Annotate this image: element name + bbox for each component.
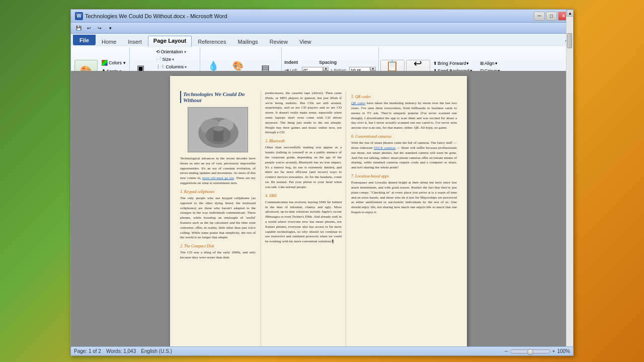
align-label: Align [485, 61, 495, 66]
col3-heading3: 7. Location-based apps [351, 173, 457, 179]
size-btn[interactable]: 📄 Size ▾ [154, 56, 193, 63]
bring-forward-label: Bring Forward [438, 61, 466, 66]
size-icon: 📄 [156, 57, 162, 62]
before-spacing-up[interactable]: ▲ [370, 67, 376, 70]
save-quick-btn[interactable]: 💾 [74, 24, 83, 32]
doc-image [188, 107, 248, 152]
tab-view[interactable]: View [294, 37, 317, 46]
doc-image-svg [188, 108, 248, 152]
col1-heading1: 1. Keypad cellphones [180, 189, 256, 195]
title-bar-left: W Technologies We Could Do Without.docx … [75, 12, 227, 20]
status-bar: Page: 1 of 2 Words: 1,043 English (U.S.)… [71, 346, 573, 355]
col1-heading2: 2. The Compact Disk [180, 243, 256, 249]
tab-references[interactable]: References [192, 37, 231, 46]
align-btn[interactable]: ⊞ Align ▾ [478, 60, 503, 67]
window-title: Technologies We Could Do Without.docx - … [85, 13, 227, 19]
doc-title: Technologies We Could Do Without [180, 91, 256, 103]
document-column-3: 5. QR codes QR codes have taken the mark… [346, 91, 457, 355]
orientation-btn[interactable]: ⟲ Orientation ▾ [154, 48, 193, 55]
minimize-button[interactable]: ─ [534, 12, 545, 21]
tab-home[interactable]: Home [96, 37, 122, 46]
align-arrow: ▾ [495, 61, 498, 66]
col1-intro-text: Technological advances in the recent dec… [180, 156, 256, 260]
word-window: W Technologies We Could Do Without.docx … [70, 9, 574, 356]
qr-link[interactable]: QR codes [351, 101, 365, 105]
title-bar: W Technologies We Could Do Without.docx … [71, 10, 573, 23]
orientation-icon: ⟲ [156, 49, 160, 54]
left-indent-up[interactable]: ▲ [323, 67, 329, 70]
zoom-thumb[interactable] [527, 349, 533, 355]
columns-arrow: ▾ [185, 65, 187, 69]
document-column-2: predecessors, the cassette tape (shiver)… [261, 91, 346, 355]
col3-heading1: 5. QR codes [351, 94, 457, 100]
scroll-thumb[interactable] [567, 33, 572, 48]
zoom-slider[interactable] [510, 349, 550, 353]
page-info: Page: 1 of 2 [74, 348, 101, 354]
watermark-icon: 💧 [208, 61, 219, 70]
more-old-link[interactable]: more old must go out [202, 176, 234, 180]
language: English (U.S.) [141, 348, 172, 354]
col3-heading2: 6. Conventional cameras [351, 134, 457, 139]
restore-button[interactable]: □ [546, 12, 557, 21]
colors-btn[interactable]: Colors ▾ [100, 59, 128, 67]
position-icon: 📋 [386, 60, 398, 72]
scroll-track[interactable] [567, 17, 573, 348]
zoom-controls: ─ + 100% [504, 348, 570, 354]
customize-quick-btn[interactable]: ▾ [106, 24, 115, 32]
col2-heading2: 4. SMS [265, 193, 342, 199]
quick-access-toolbar: 💾 ↩ ↪ ▾ [71, 23, 573, 34]
tab-page-layout[interactable]: Page Layout [148, 36, 192, 47]
tab-review[interactable]: Review [264, 37, 293, 46]
colors-label: Colors ▾ [109, 60, 126, 65]
zoom-level: 100% [557, 348, 570, 354]
document-page: Technologies We Could Do Without Technol… [170, 76, 467, 355]
spacing-section-label: Spacing [319, 60, 337, 65]
zoom-out-btn[interactable]: ─ [504, 348, 508, 354]
tab-mailings[interactable]: Mailings [232, 37, 263, 46]
bring-forward-arrow: ▾ [466, 61, 469, 66]
word-icon: W [75, 12, 83, 20]
tab-file[interactable]: File [73, 35, 96, 45]
undo-quick-btn[interactable]: ↩ [85, 24, 94, 32]
labels-row: Indent Spacing [284, 60, 376, 65]
redo-quick-btn[interactable]: ↪ [95, 24, 104, 32]
col3-text: 5. QR codes QR codes have taken the mark… [351, 94, 457, 215]
dslr-link[interactable]: DSLR cameras [374, 146, 395, 150]
tab-insert[interactable]: Insert [122, 37, 147, 46]
document-area: Technologies We Could Do Without Technol… [71, 71, 566, 355]
document-column-1: Technologies We Could Do Without Technol… [180, 91, 261, 355]
columns-icon: ⋮⋮ [156, 64, 165, 69]
word-count: Words: 1,043 [106, 348, 136, 354]
title-bar-controls: ─ □ ✕ [534, 12, 569, 21]
ribbon-tab-bar: File Home Insert Page Layout References … [71, 34, 573, 46]
colors-square [102, 60, 108, 66]
columns-btn[interactable]: ⋮⋮ Columns ▾ [154, 63, 193, 70]
zoom-in-btn[interactable]: + [552, 348, 555, 354]
scroll-up-btn[interactable]: ▲ [567, 10, 574, 17]
vertical-scrollbar[interactable]: ▲ ▼ [566, 10, 573, 355]
wrap-text-icon: ↩ [414, 57, 422, 69]
col2-text: predecessors, the cassette tape (shiver)… [265, 91, 342, 244]
bring-forward-icon: ⬆ [433, 61, 437, 66]
text-cursor: | [333, 239, 334, 243]
align-icon: ⊞ [480, 61, 484, 66]
size-arrow: ▾ [172, 57, 174, 62]
col2-heading1: 3. Bluetooth [265, 138, 342, 144]
bring-forward-btn[interactable]: ⬆ Bring Forward ▾ [432, 60, 474, 67]
indent-section-label: Indent [284, 60, 317, 65]
page-color-icon: 🎨 [232, 61, 244, 70]
svg-point-6 [213, 126, 223, 131]
orientation-arrow: ▾ [184, 50, 186, 54]
